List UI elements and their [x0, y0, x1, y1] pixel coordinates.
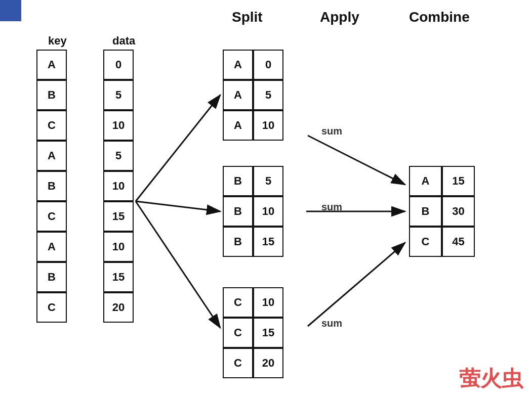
apply-header: Apply	[320, 9, 359, 25]
split-cell: 15	[253, 318, 283, 348]
svg-line-5	[308, 136, 405, 185]
split-cell: C	[223, 318, 253, 348]
data-cell: 5	[103, 141, 134, 171]
split-group-c: C10C15C20	[223, 287, 283, 378]
apply-label-c: sum	[321, 318, 342, 329]
split-cell: 10	[253, 196, 283, 227]
svg-line-3	[136, 201, 220, 328]
split-cell: 20	[253, 348, 283, 378]
combine-cell: 45	[442, 227, 475, 257]
combine-cell: B	[409, 196, 442, 227]
data-cell: 10	[103, 110, 134, 141]
split-cell: B	[223, 227, 253, 257]
blue-corner-decoration	[0, 0, 21, 21]
split-group-a: A0A5A10	[223, 50, 283, 141]
key-cell: B	[36, 262, 67, 292]
combine-cell: 15	[442, 166, 475, 196]
key-column-header: key	[48, 34, 67, 48]
split-cell: 5	[253, 166, 283, 196]
svg-line-1	[136, 95, 220, 201]
svg-line-2	[136, 201, 220, 211]
key-cell: A	[36, 232, 67, 262]
split-cell: B	[223, 166, 253, 196]
key-column: ABCABCABC	[36, 50, 67, 323]
split-cell: A	[223, 50, 253, 80]
split-cell: 15	[253, 227, 283, 257]
split-cell: A	[223, 80, 253, 110]
data-cell: 0	[103, 50, 134, 80]
key-cell: C	[36, 292, 67, 323]
data-cell: 5	[103, 80, 134, 110]
apply-label-b: sum	[321, 201, 342, 213]
split-cell: 10	[253, 287, 283, 318]
key-cell: A	[36, 50, 67, 80]
split-cell: 10	[253, 110, 283, 141]
data-column-header: data	[112, 34, 135, 48]
split-cell: C	[223, 287, 253, 318]
combine-cell: C	[409, 227, 442, 257]
key-cell: B	[36, 171, 67, 201]
svg-line-6	[308, 243, 405, 326]
data-cell: 10	[103, 171, 134, 201]
combine-header: Combine	[409, 9, 470, 25]
apply-label-a: sum	[321, 125, 342, 137]
split-cell: B	[223, 196, 253, 227]
watermark: 萤火虫	[459, 365, 523, 393]
split-cell: A	[223, 110, 253, 141]
key-cell: C	[36, 201, 67, 232]
data-cell: 15	[103, 262, 134, 292]
combine-table: A15B30C45	[409, 166, 475, 257]
split-cell: 0	[253, 50, 283, 80]
combine-cell: 30	[442, 196, 475, 227]
split-cell: 5	[253, 80, 283, 110]
split-cell: C	[223, 348, 253, 378]
key-cell: A	[36, 141, 67, 171]
combine-cell: A	[409, 166, 442, 196]
split-header: Split	[232, 9, 263, 25]
data-cell: 15	[103, 201, 134, 232]
key-cell: B	[36, 80, 67, 110]
data-cell: 20	[103, 292, 134, 323]
data-column: 051051015101520	[103, 50, 134, 323]
data-cell: 10	[103, 232, 134, 262]
split-group-b: B5B10B15	[223, 166, 283, 257]
key-cell: C	[36, 110, 67, 141]
